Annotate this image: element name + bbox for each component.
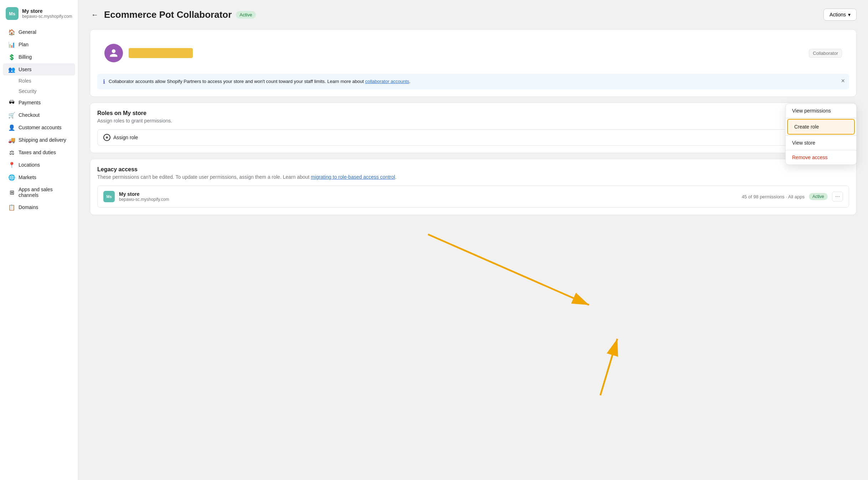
permission-store-info: My store bepawu-sc.myshopify.com — [119, 191, 169, 202]
collaborator-accounts-link[interactable]: collaborator accounts — [365, 79, 409, 84]
permission-store-name: My store — [119, 191, 169, 197]
migration-link[interactable]: migrating to role-based access control — [311, 174, 395, 180]
billing-icon: 💲 — [9, 54, 15, 60]
roles-label: Roles — [19, 78, 31, 84]
permissions-count: 45 of 98 permissions · All apps — [742, 194, 805, 199]
sidebar-item-label: Markets — [19, 174, 36, 180]
chevron-down-icon: ▾ — [848, 12, 851, 17]
page-header: ← Ecommerce Pot Collaborator Active Acti… — [90, 9, 857, 21]
sidebar-sub-item-roles[interactable]: Roles — [3, 76, 75, 86]
sidebar-item-label: Taxes and duties — [19, 150, 56, 155]
sidebar-item-domains[interactable]: 📋 Domains — [3, 201, 75, 213]
user-info-card: Collaborator ℹ Collaborator accounts all… — [90, 29, 857, 97]
sidebar-item-billing[interactable]: 💲 Billing — [3, 51, 75, 63]
sidebar-item-checkout[interactable]: 🛒 Checkout — [3, 109, 75, 121]
actions-button[interactable]: Actions ▾ — [823, 9, 857, 21]
permission-store-domain: bepawu-sc.myshopify.com — [119, 197, 169, 202]
dropdown-item-remove-access[interactable]: Remove access — [786, 150, 856, 165]
taxes-icon: ⚖ — [9, 149, 15, 156]
sidebar-item-label: Shipping and delivery — [19, 137, 66, 143]
store-mini-avatar: Ms — [103, 191, 115, 202]
sidebar-item-label: Payments — [19, 100, 41, 105]
roles-card: Roles on My store Assign roles to grant … — [90, 103, 857, 153]
info-text: Collaborator accounts allow Shopify Part… — [109, 78, 410, 85]
sidebar-item-users[interactable]: 👥 Users — [3, 63, 75, 75]
user-info-content: Collaborator — [97, 37, 849, 69]
dropdown-menu: View permissions Create role View store … — [785, 103, 857, 165]
store-avatar: Ms — [6, 7, 19, 20]
actions-label: Actions — [830, 12, 846, 17]
store-url: bepawu-sc.myshopify.com — [22, 14, 72, 19]
checkout-icon: 🛒 — [9, 112, 15, 118]
sidebar-item-locations[interactable]: 📍 Locations — [3, 159, 75, 171]
sidebar-item-label: Plan — [19, 42, 29, 47]
user-name-placeholder — [129, 48, 193, 58]
legacy-access-card: Legacy access These permissions can't be… — [90, 159, 857, 215]
roles-card-title: Roles on My store — [97, 110, 849, 116]
apps-icon: ⊞ — [9, 189, 15, 195]
sidebar-item-label: Checkout — [19, 112, 40, 118]
dropdown-item-view-permissions[interactable]: View permissions — [786, 104, 856, 118]
assign-role-button[interactable]: + Assign role — [97, 129, 849, 146]
roles-card-subtitle: Assign roles to grant permissions. — [97, 118, 849, 124]
header-left: ← Ecommerce Pot Collaborator Active — [90, 9, 256, 20]
store-name: My store — [22, 8, 72, 14]
sidebar-item-label: Billing — [19, 54, 32, 60]
sidebar: Ms My store bepawu-sc.myshopify.com 🏠 Ge… — [0, 0, 78, 480]
locations-icon: 📍 — [9, 162, 15, 168]
sidebar-item-label: Customer accounts — [19, 125, 62, 130]
page-title: Ecommerce Pot Collaborator — [104, 9, 232, 20]
sidebar-item-plan[interactable]: 📊 Plan — [3, 38, 75, 51]
sidebar-item-customer-accounts[interactable]: 👤 Customer accounts — [3, 121, 75, 134]
permission-status-badge: Active — [809, 193, 828, 200]
main-content: ← Ecommerce Pot Collaborator Active Acti… — [78, 0, 868, 480]
sidebar-item-general[interactable]: 🏠 General — [3, 26, 75, 38]
sidebar-item-markets[interactable]: 🌐 Markets — [3, 171, 75, 183]
legacy-card-title: Legacy access — [97, 166, 849, 173]
assign-role-label: Assign role — [113, 135, 138, 140]
dropdown-item-create-role[interactable]: Create role — [787, 119, 855, 135]
permission-row: Ms My store bepawu-sc.myshopify.com 45 o… — [97, 186, 849, 208]
sidebar-item-label: Locations — [19, 162, 40, 168]
dropdown-item-view-store[interactable]: View store — [786, 136, 856, 150]
sidebar-item-payments[interactable]: 🕶 Payments — [3, 96, 75, 109]
sidebar-item-label: Apps and sales channels — [19, 187, 69, 198]
plus-icon: + — [103, 134, 110, 141]
security-label: Security — [19, 88, 37, 94]
store-header[interactable]: Ms My store bepawu-sc.myshopify.com — [0, 4, 78, 26]
status-badge: Active — [236, 11, 255, 19]
store-info: My store bepawu-sc.myshopify.com — [22, 8, 72, 19]
collaborator-tag: Collaborator — [809, 49, 842, 58]
info-banner: ℹ Collaborator accounts allow Shopify Pa… — [97, 74, 849, 89]
markets-icon: 🌐 — [9, 174, 15, 181]
sidebar-sub-item-security[interactable]: Security — [3, 86, 75, 96]
sidebar-item-label: Users — [19, 67, 32, 72]
dropdown-divider — [786, 118, 856, 118]
svg-line-1 — [428, 234, 589, 305]
sidebar-item-taxes[interactable]: ⚖ Taxes and duties — [3, 146, 75, 158]
payments-icon: 🕶 — [9, 99, 15, 106]
sidebar-item-label: General — [19, 29, 36, 35]
sidebar-item-apps[interactable]: ⊞ Apps and sales channels — [3, 184, 75, 201]
users-icon: 👥 — [9, 66, 15, 73]
user-info-left — [104, 44, 193, 62]
sidebar-item-shipping[interactable]: 🚚 Shipping and delivery — [3, 134, 75, 146]
home-icon: 🏠 — [9, 29, 15, 35]
back-button[interactable]: ← — [90, 9, 100, 20]
close-banner-button[interactable]: × — [841, 77, 845, 85]
more-options-button[interactable]: ··· — [832, 192, 843, 202]
legacy-card-desc: These permissions can't be edited. To up… — [97, 174, 849, 180]
sidebar-item-label: Domains — [19, 204, 38, 210]
shipping-icon: 🚚 — [9, 137, 15, 143]
info-icon: ℹ — [103, 78, 105, 85]
user-avatar — [104, 44, 123, 62]
sidebar-nav: 🏠 General 📊 Plan 💲 Billing 👥 Users Roles… — [0, 26, 78, 214]
customer-icon: 👤 — [9, 124, 15, 131]
svg-line-2 — [600, 339, 618, 396]
plan-icon: 📊 — [9, 41, 15, 48]
domains-icon: 📋 — [9, 204, 15, 210]
